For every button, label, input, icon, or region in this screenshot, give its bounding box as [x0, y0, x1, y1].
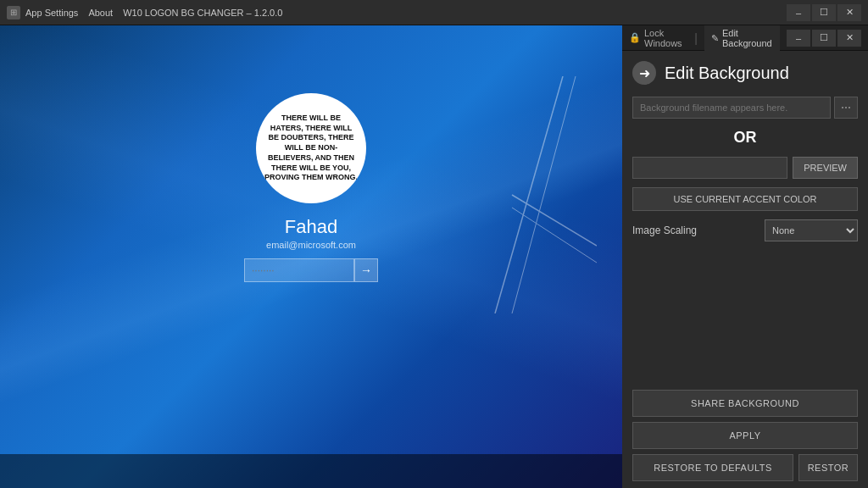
scaling-row: Image Scaling None Fit Fill Stretch Tile… [632, 219, 858, 241]
panel-maximize-button[interactable]: ☐ [812, 30, 836, 47]
panel-minimize-button[interactable]: – [787, 30, 810, 47]
right-panel: 🔒 Lock Windows | ✎ Edit Background – ☐ ✕… [622, 25, 868, 488]
right-panel-topbar: 🔒 Lock Windows | ✎ Edit Background – ☐ ✕ [622, 25, 868, 51]
svg-line-2 [512, 195, 597, 246]
scaling-select[interactable]: None Fit Fill Stretch Tile Center [765, 219, 858, 241]
or-divider: OR [632, 129, 858, 147]
filename-input[interactable] [632, 97, 831, 119]
win-decoration [427, 76, 597, 313]
title-bar-links: App Settings About [25, 8, 113, 18]
panel-title: Edit Background [665, 64, 789, 83]
lock-icon: 🔒 [629, 32, 641, 43]
maximize-button[interactable]: ☐ [812, 4, 836, 21]
edit-bg-label: Edit Background [722, 28, 773, 48]
app-settings-link[interactable]: App Settings [25, 8, 78, 18]
user-email: email@microsoft.com [266, 240, 356, 250]
about-link[interactable]: About [88, 8, 113, 18]
app-icon: ⊞ [7, 6, 20, 19]
tab-separator: | [694, 31, 698, 45]
panel-content: ➜ Edit Background ⋯ OR PREVIEW USE CURRE… [622, 51, 868, 383]
password-submit-button[interactable]: → [354, 258, 378, 282]
close-button[interactable]: ✕ [837, 4, 861, 21]
bottom-buttons: SHARE BACKGROUND APPLY RESTORE TO DEFAUL… [622, 383, 868, 488]
edit-background-tab[interactable]: ✎ Edit Background [704, 25, 780, 52]
panel-title-row: ➜ Edit Background [632, 61, 858, 85]
preview-button[interactable]: PREVIEW [793, 157, 858, 179]
lock-windows-tab[interactable]: 🔒 Lock Windows [629, 28, 687, 48]
filename-row: ⋯ [632, 97, 858, 119]
accent-color-button[interactable]: USE CURRENT ACCENT COLOR [632, 187, 858, 211]
title-bar: ⊞ App Settings About W10 LOGON BG CHANGE… [0, 0, 868, 25]
svg-line-0 [495, 76, 563, 313]
restore-button[interactable]: RESTOR [798, 454, 858, 481]
main-content: THERE WILL BE HATERS, THERE WILL BE DOUB… [0, 25, 868, 488]
panel-close-button[interactable]: ✕ [837, 30, 861, 47]
apply-button[interactable]: APPLY [632, 422, 858, 449]
spacer [632, 250, 858, 373]
color-input[interactable] [632, 157, 787, 179]
svg-line-1 [512, 76, 576, 313]
panel-arrow-icon: ➜ [632, 61, 656, 85]
panel-window-controls: – ☐ ✕ [787, 30, 861, 47]
app-title: W10 LOGON BG CHANGER – 1.2.0.0 [123, 8, 787, 18]
password-box: → [244, 258, 378, 282]
svg-line-3 [512, 208, 597, 263]
preview-area: THERE WILL BE HATERS, THERE WILL BE DOUB… [0, 25, 622, 488]
minimize-button[interactable]: – [787, 4, 810, 21]
share-background-button[interactable]: SHARE BACKGROUND [632, 390, 858, 417]
user-name: Fahad [285, 216, 337, 238]
window-controls: – ☐ ✕ [787, 4, 861, 21]
color-row: PREVIEW [632, 157, 858, 179]
browse-button[interactable]: ⋯ [834, 97, 858, 119]
scaling-label: Image Scaling [632, 225, 697, 236]
profile-quote: THERE WILL BE HATERS, THERE WILL BE DOUB… [256, 105, 366, 191]
profile-picture: THERE WILL BE HATERS, THERE WILL BE DOUB… [256, 93, 366, 203]
edit-icon: ✎ [711, 33, 719, 44]
taskbar-preview [0, 454, 622, 488]
restore-defaults-button[interactable]: RESTORE TO DEFAULTS [632, 454, 793, 481]
lock-windows-label: Lock Windows [644, 28, 687, 48]
password-input[interactable] [244, 258, 354, 282]
